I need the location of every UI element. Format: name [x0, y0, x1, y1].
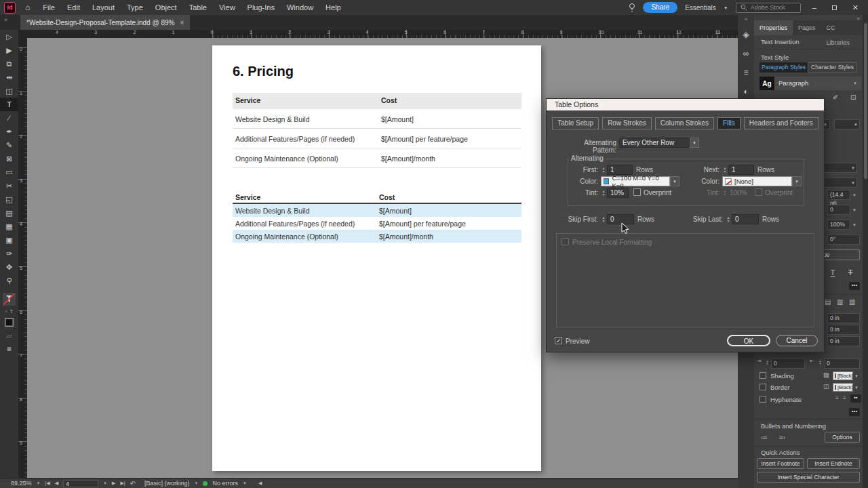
border-settings-icon[interactable]: ◫	[823, 383, 829, 390]
share-button[interactable]: Share	[643, 2, 677, 13]
shading-color-select[interactable]: [Black]	[833, 371, 853, 380]
note-tool[interactable]: ▣	[0, 233, 18, 247]
skip-last-field[interactable]: 0	[732, 214, 759, 224]
chevron-down-icon[interactable]: ▼	[854, 374, 859, 378]
shading-checkbox[interactable]	[760, 372, 766, 379]
zoom-chevron-icon[interactable]: ▼	[37, 481, 41, 485]
skew-field[interactable]: 0°	[827, 235, 860, 245]
chevron-down-icon[interactable]: ▼	[854, 386, 859, 390]
overprint-first-checkbox[interactable]	[633, 188, 641, 196]
last-page-button[interactable]: ▶|	[120, 481, 125, 486]
apply-none-icon[interactable]: ▱	[0, 332, 18, 340]
inset-bottom-field[interactable]: 0 in	[827, 325, 860, 335]
paragraph-lines-icon[interactable]: ≡	[835, 395, 839, 401]
preflight-status[interactable]: No errors	[212, 480, 238, 487]
dialog-tab-fills[interactable]: Fills	[717, 117, 741, 129]
page-chevron-icon[interactable]: ▼	[103, 481, 107, 485]
restore-button[interactable]	[832, 5, 837, 10]
character-styles-button[interactable]: Character Styles	[808, 62, 857, 73]
document-page[interactable]: 6. Pricing Service Cost Website Design &…	[212, 45, 541, 471]
hand-tool[interactable]: ✥	[0, 260, 18, 274]
home-icon[interactable]: ⌂	[25, 3, 30, 12]
errors-chevron-icon[interactable]: ▼	[243, 481, 247, 485]
rectangle-tool[interactable]: ▭	[0, 165, 18, 179]
chevron-down-icon[interactable]: ▼	[852, 193, 856, 197]
line-tool[interactable]: ∕	[0, 111, 18, 125]
adobe-stock-search[interactable]: Adobe Stock	[736, 3, 801, 13]
menu-edit[interactable]: Edit	[61, 0, 86, 15]
toolbar-collapse-icon[interactable]: »	[4, 16, 7, 23]
dialog-tab-table-setup[interactable]: Table Setup	[552, 117, 599, 129]
align-right-icon[interactable]: ▥	[849, 298, 855, 306]
skip-first-field[interactable]: 0	[607, 214, 634, 224]
chevron-down-icon[interactable]: ▼	[670, 176, 679, 186]
cancel-button[interactable]: Cancel	[776, 335, 818, 346]
scroll-left-icon[interactable]: ◀	[258, 481, 262, 486]
close-button[interactable]: ✕	[848, 3, 863, 12]
color-theme-tool[interactable]: ✑	[0, 247, 18, 260]
tint-first-field[interactable]: 10%	[607, 188, 629, 198]
stroke-icon[interactable]: ≡	[738, 63, 754, 82]
zoom-tool[interactable]: ⚲	[0, 274, 18, 287]
stepper[interactable]: ▲▼	[601, 216, 606, 223]
menu-type[interactable]: Type	[121, 0, 149, 15]
menu-object[interactable]: Object	[149, 0, 183, 15]
content-collector-tool[interactable]: ◫	[0, 84, 18, 98]
alternating-pattern-select[interactable]: Every Other Row	[619, 138, 690, 148]
free-transform-tool[interactable]: ◱	[0, 192, 18, 206]
border-checkbox[interactable]	[760, 384, 766, 390]
page-number-field[interactable]: 4	[63, 480, 98, 487]
paragraph-styles-button[interactable]: Paragraph Styles	[760, 62, 808, 73]
color-next-select[interactable]: [None]	[722, 176, 792, 186]
numbered-list-icon[interactable]: ≕	[778, 434, 785, 441]
fill-stroke-toggle[interactable]: ▫T	[0, 308, 18, 314]
stepper[interactable]: ▲▼	[765, 360, 770, 365]
paragraph-style-select[interactable]: Paragraph	[774, 77, 861, 90]
preview-checkbox[interactable]: ✓	[555, 337, 562, 344]
scrollbar-thumb[interactable]	[864, 23, 867, 179]
tab-close-icon[interactable]: ×	[180, 19, 184, 26]
underline-icon[interactable]: T	[827, 267, 838, 278]
pen-tool[interactable]: ✒	[0, 125, 18, 138]
chevron-down-icon[interactable]: ▼	[854, 123, 858, 127]
style-panel-icon[interactable]: ⊡	[850, 94, 856, 101]
menu-help[interactable]: Help	[319, 0, 347, 15]
formatting-affects-text-indicator[interactable]: T	[3, 293, 16, 306]
insert-footnote-button[interactable]: Insert Footnote	[757, 458, 804, 469]
dialog-tab-row-strokes[interactable]: Row Strokes	[602, 117, 652, 129]
align-left-icon[interactable]: ▤	[825, 298, 831, 306]
paragraph-lines-icon[interactable]: ≡	[843, 395, 846, 401]
border-color-select[interactable]: [Black]	[833, 383, 853, 392]
gap-tool[interactable]: ⇹	[0, 70, 18, 84]
frame-tool[interactable]: ⊠	[0, 152, 18, 165]
menu-table[interactable]: Table	[183, 0, 213, 15]
first-page-button[interactable]: |◀	[45, 481, 50, 486]
chevron-down-icon[interactable]: ▼	[852, 208, 856, 212]
zoom-level[interactable]: 89.25%	[11, 480, 32, 487]
color-first-select[interactable]: C=100 M=0 Y=0 K=0	[601, 176, 670, 186]
chevron-down-icon[interactable]: ▼	[851, 166, 855, 170]
menu-layout[interactable]: Layout	[86, 0, 121, 15]
chevron-down-icon[interactable]: ▼	[690, 138, 699, 148]
panel-tab-pages[interactable]: Pages	[793, 20, 821, 35]
next-rows-field[interactable]: 1	[728, 165, 754, 175]
pencil-tool[interactable]: ✎	[0, 138, 18, 152]
more-options-icon[interactable]: •••	[849, 408, 860, 416]
leading-field[interactable]: (14.4 pt)	[827, 190, 850, 200]
stepper[interactable]: ▲▼	[726, 216, 731, 223]
pricing-table-plain[interactable]: Service Cost Website Design & Build$[Amo…	[233, 93, 521, 168]
insert-endnote-button[interactable]: Insert Endnote	[807, 458, 860, 469]
inset-left-field[interactable]: 0 in	[827, 336, 860, 346]
gradient-swatch-tool[interactable]: ▤	[0, 206, 18, 220]
indent-last-field[interactable]: 0	[824, 359, 860, 369]
style-override-icon[interactable]: ✐	[833, 94, 838, 101]
chevron-down-icon[interactable]: ▼	[792, 176, 802, 186]
chevron-down-icon[interactable]: ▼	[852, 223, 856, 227]
panel-tab-properties[interactable]: Properties	[754, 20, 793, 35]
insert-special-character-button[interactable]: Insert Special Character	[757, 472, 860, 483]
horizontal-ruler[interactable]: 4321012345678910111213	[27, 30, 738, 38]
stepper[interactable]: ▲▼	[722, 167, 728, 174]
preflight-profile[interactable]: [Basic] (working)	[144, 480, 190, 487]
undo-icon[interactable]: ↶	[130, 480, 136, 487]
workspace-switcher[interactable]: Essentials	[685, 4, 716, 12]
